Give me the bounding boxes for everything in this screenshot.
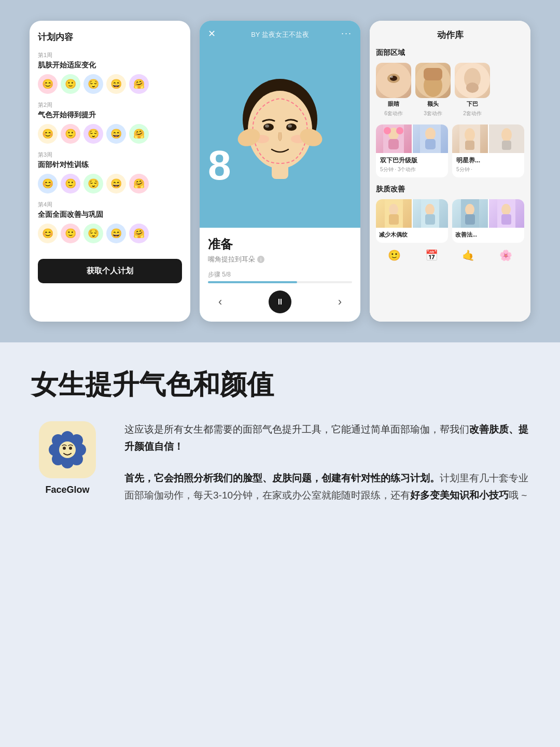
action-card-double-chin[interactable]: 双下巴升级版 5分钟 · 3个动作 xyxy=(376,125,448,177)
chin-count: 2套动作 xyxy=(463,110,482,117)
action-cards-row: 双下巴升级版 5分钟 · 3个动作 xyxy=(376,125,524,177)
face-scan-icon[interactable]: 🙂 xyxy=(388,249,401,261)
exercise-name: 准备 xyxy=(208,236,352,253)
app-name-label: FaceGlow xyxy=(45,485,89,495)
week-1-label: 第1周 xyxy=(38,51,182,59)
week-4-avatars: 😊 🙂 😌 😄 🤗 xyxy=(38,224,182,243)
app-icon xyxy=(39,421,96,478)
face-areas-row: 眼睛 6套动作 额头 3套动作 xyxy=(376,63,524,117)
get-plan-button[interactable]: 获取个人计划 xyxy=(38,259,182,283)
svg-point-4 xyxy=(286,123,297,131)
svg-point-36 xyxy=(389,204,398,215)
improve-card-imgs xyxy=(452,199,524,228)
week-1-section: 第1周 肌肤开始适应变化 😊 🙂 😌 😄 🤗 xyxy=(38,51,182,94)
improve-img-1 xyxy=(452,199,488,228)
skin-cards-row: 减少木偶纹 xyxy=(376,199,524,243)
phone-exercise-card: ✕ ··· BY 盐夜女王不盐夜 xyxy=(200,21,360,322)
week-1-avatars: 😊 🙂 😌 😄 🤗 xyxy=(38,74,182,94)
skin-card-improve[interactable]: 改善法... xyxy=(452,199,524,243)
avatar: 🤗 xyxy=(129,74,149,94)
step-progress: 步骤 5/8 xyxy=(208,270,352,283)
app-icon-svg xyxy=(47,429,88,471)
svg-rect-40 xyxy=(425,214,435,225)
svg-rect-34 xyxy=(502,141,511,150)
main-headline: 女生提升气色和颜值 xyxy=(31,368,529,400)
eyes-label: 眼睛 xyxy=(388,100,399,108)
svg-point-3 xyxy=(263,123,274,131)
exercise-bottom-panel: 准备 嘴角提拉到耳朵 i 步骤 5/8 ‹ ⏸ › xyxy=(200,228,360,322)
week-2-avatars: 😊 🙂 😌 😄 🤗 xyxy=(38,124,182,144)
pause-icon: ⏸ xyxy=(276,297,284,307)
prev-button[interactable]: ‹ xyxy=(218,295,222,309)
avatar: 🤗 xyxy=(129,124,149,144)
action-img-2 xyxy=(413,125,449,153)
pause-button[interactable]: ⏸ xyxy=(269,290,291,313)
next-button[interactable]: › xyxy=(338,295,342,309)
forehead-photo xyxy=(415,63,451,98)
avatar: 🙂 xyxy=(61,174,80,193)
svg-point-42 xyxy=(465,204,474,215)
week-2-section: 第2周 气色开始得到提升 😊 🙂 😌 😄 🤗 xyxy=(38,101,182,144)
forehead-count: 3套动作 xyxy=(424,110,442,117)
skin-card-wrinkle[interactable]: 减少木偶纹 xyxy=(376,199,448,243)
exercise-content: ✕ ··· BY 盐夜女王不盐夜 xyxy=(200,21,360,322)
gesture-icon[interactable]: 🤙 xyxy=(462,249,475,261)
desc2-bold-end: 好多变美知识和小技巧 xyxy=(410,490,509,501)
svg-point-27 xyxy=(425,128,436,140)
double-chin-sub: 5分钟 · 3个动作 xyxy=(376,166,448,173)
more-icon[interactable]: ··· xyxy=(341,28,352,39)
forehead-label: 额头 xyxy=(427,100,439,108)
svg-point-1 xyxy=(248,91,312,169)
bottom-section: 女生提升气色和颜值 xyxy=(0,342,560,535)
face-area-eyes[interactable]: 眼睛 6套动作 xyxy=(376,63,411,117)
avatar: 😌 xyxy=(83,74,103,94)
progress-bar-fill xyxy=(208,281,297,283)
chin-label: 下巴 xyxy=(467,100,478,108)
star-img-1 xyxy=(452,125,488,153)
avatar: 🤗 xyxy=(129,174,149,193)
screenshots-section: 计划内容 第1周 肌肤开始适应变化 😊 🙂 😌 😄 🤗 第2周 气色开始得到提升 xyxy=(0,0,560,342)
app-desc-area: 这应该是所有女生都需要的面部气色提升工具，它能通过简单面部瑜伽，帮我们改善肤质、… xyxy=(124,421,529,504)
action-card-imgs xyxy=(376,125,448,153)
star-card-title: 明星养... xyxy=(452,156,524,165)
phone-plan-card: 计划内容 第1周 肌肤开始适应变化 😊 🙂 😌 😄 🤗 第2周 气色开始得到提升 xyxy=(30,21,190,322)
svg-rect-2 xyxy=(272,163,288,179)
week-4-title: 全面全面改善与巩固 xyxy=(38,210,182,219)
avatar: 🙂 xyxy=(61,74,80,94)
avatar: 😄 xyxy=(106,74,126,94)
eyes-count: 6套动作 xyxy=(384,110,403,117)
face-svg xyxy=(233,73,327,192)
desc1-plain: 这应该是所有女生都需要的面部气色提升工具，它能通过简单面部瑜伽，帮我们 xyxy=(124,424,469,435)
flower-icon[interactable]: 🌸 xyxy=(499,249,512,261)
avatar: 😊 xyxy=(38,174,58,193)
app-icon-area: FaceGlow xyxy=(31,421,104,495)
svg-rect-17 xyxy=(424,68,442,80)
eyes-photo xyxy=(376,63,411,98)
avatar: 😌 xyxy=(83,174,103,193)
plan-content: 计划内容 第1周 肌肤开始适应变化 😊 🙂 😌 😄 🤗 第2周 气色开始得到提升 xyxy=(30,21,190,322)
week-3-title: 面部针对性训练 xyxy=(38,160,182,170)
svg-point-33 xyxy=(501,128,512,142)
svg-point-5 xyxy=(265,125,269,128)
step-label: 步骤 5/8 xyxy=(208,270,352,279)
week-3-avatars: 😊 🙂 😌 😄 🤗 xyxy=(38,174,182,193)
svg-point-39 xyxy=(425,204,435,215)
info-icon[interactable]: i xyxy=(257,256,264,263)
bottom-nav-icons: 🙂 📅 🤙 🌸 xyxy=(376,243,524,261)
star-card-imgs xyxy=(452,125,524,153)
action-card-star[interactable]: 明星养... 5分钟 · xyxy=(452,125,524,177)
plan-title: 计划内容 xyxy=(38,31,182,43)
app-desc-1: 这应该是所有女生都需要的面部气色提升工具，它能通过简单面部瑜伽，帮我们改善肤质、… xyxy=(124,421,529,455)
avatar: 😊 xyxy=(38,74,58,94)
exercise-desc: 嘴角提拉到耳朵 i xyxy=(208,255,352,264)
avatar: 😄 xyxy=(106,224,126,243)
double-chin-title: 双下巴升级版 xyxy=(376,156,448,165)
calendar-icon[interactable]: 📅 xyxy=(425,249,438,261)
face-area-forehead[interactable]: 额头 3套动作 xyxy=(415,63,451,117)
close-icon[interactable]: ✕ xyxy=(208,28,216,39)
week-3-section: 第3周 面部针对性训练 😊 🙂 😌 😄 🤗 xyxy=(38,151,182,193)
face-area-chin[interactable]: 下巴 2套动作 xyxy=(455,63,490,117)
avatar: 🙂 xyxy=(61,124,80,144)
skin-section-title: 肤质改善 xyxy=(376,185,524,194)
avatar: 😌 xyxy=(83,124,103,144)
